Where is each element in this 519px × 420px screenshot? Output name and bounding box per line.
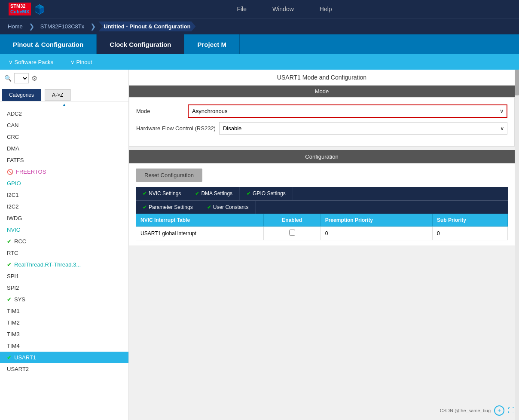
sidebar-item-sys[interactable]: ✔ SYS — [0, 294, 128, 305]
pinout-btn[interactable]: ∨ Pinout — [70, 59, 92, 65]
mode-area: Mode Mode Asynchronous Synchronous Singl… — [129, 86, 515, 147]
check-icon-realthread: ✔ — [7, 261, 12, 268]
tab-clock-configuration[interactable]: Clock Configuration — [97, 34, 184, 54]
nvic-enabled-checkbox[interactable] — [289, 230, 295, 236]
config-tabs-row1: ✔ NVIC Settings ✔ DMA Settings ✔ GPIO Se… — [136, 187, 508, 200]
mode-field-label: Mode — [136, 108, 188, 114]
sidebar-item-tim1[interactable]: TIM1 — [0, 305, 128, 317]
check-icon-sys: ✔ — [7, 296, 12, 303]
tab-pinout-configuration[interactable]: Pinout & Configuration — [0, 34, 97, 54]
config-section: Configuration Reset Configuration ✔ NVIC… — [129, 150, 515, 245]
content-title-text: USART1 Mode and Configuration — [277, 74, 366, 81]
sidebar-item-fatfs[interactable]: FATFS — [0, 154, 128, 166]
nvic-col-header-interrupt: NVIC Interrupt Table — [136, 214, 264, 227]
hw-field-label: Hardware Flow Control (RS232) — [136, 125, 216, 132]
config-tabs-row2: ✔ Parameter Settings ✔ User Constants — [136, 200, 508, 214]
tab-dma-settings[interactable]: ✔ DMA Settings — [188, 187, 240, 200]
breadcrumb-device[interactable]: STM32F103C8Tx — [37, 21, 88, 31]
sidebar-search-select[interactable] — [14, 73, 29, 83]
hw-select[interactable]: Disable CTS Only RTS Only CTS/RTS — [220, 123, 507, 134]
main-tabs: Pinout & Configuration Clock Configurati… — [0, 34, 519, 54]
breadcrumb-arrow-2: ❯ — [90, 22, 96, 31]
breadcrumb-home[interactable]: Home — [4, 21, 26, 31]
stm32-logo: STM32 CubeMX — [9, 3, 31, 15]
sidebar-item-crc[interactable]: CRC — [0, 131, 128, 143]
scroll-up-indicator: ▲ — [0, 101, 128, 108]
content-scroll: USART1 Mode and Configuration Mode Mode … — [129, 70, 515, 420]
software-packs-btn[interactable]: ∨ Software Packs — [9, 59, 53, 65]
tab-project-manager[interactable]: Project M — [184, 34, 240, 54]
tab-az[interactable]: A->Z — [45, 89, 70, 101]
nvic-sub-value: 0 — [432, 227, 507, 240]
sidebar-item-tim2[interactable]: TIM2 — [0, 317, 128, 328]
search-icon: 🔍 — [4, 75, 12, 82]
tab-categories[interactable]: Categories — [2, 89, 41, 101]
check-icon-nvic: ✔ — [143, 190, 147, 196]
sidebar-item-tim4[interactable]: TIM4 — [0, 340, 128, 352]
nvic-table: NVIC Interrupt Table Enabled Preemption … — [136, 214, 508, 240]
check-icon-dma: ✔ — [195, 190, 199, 196]
csdn-label: CSDN @the_same_bug — [440, 408, 491, 413]
tab-nvic-settings[interactable]: ✔ NVIC Settings — [136, 187, 188, 200]
app-logo: STM32 CubeMX — [9, 3, 46, 15]
scroll-thumb[interactable] — [515, 70, 519, 95]
sidebar-item-i2c1[interactable]: I2C1 — [0, 189, 128, 201]
sidebar-item-gpio[interactable]: GPIO — [0, 178, 128, 189]
sidebar-item-usart1[interactable]: ✔ USART1 — [0, 352, 128, 363]
menu-window[interactable]: Window — [272, 6, 294, 12]
bottom-right-area: CSDN @the_same_bug + ⛶ — [440, 405, 515, 416]
config-label: Configuration — [305, 153, 338, 160]
forbidden-icon: 🚫 — [7, 169, 13, 175]
sidebar-item-dma[interactable]: DMA — [0, 143, 128, 154]
nvic-col-header-sub: Sub Priority — [432, 214, 507, 227]
check-icon-user: ✔ — [207, 204, 211, 210]
mode-section-header: Mode — [129, 86, 515, 97]
mode-select[interactable]: Asynchronous Synchronous Single Wire (Ha… — [189, 105, 507, 117]
sidebar-item-spi2[interactable]: SPI2 — [0, 282, 128, 294]
secondary-bar: ∨ Software Packs ∨ Pinout — [0, 54, 519, 70]
breadcrumb: Home ❯ STM32F103C8Tx ❯ Untitled - Pinout… — [0, 18, 519, 34]
nvic-col-header-preemption: Preemption Priority — [321, 214, 432, 227]
sidebar: 🔍 ⚙ Categories A->Z ▲ ADC2 CAN CRC DMA F… — [0, 70, 129, 420]
mode-select-wrapper: Asynchronous Synchronous Single Wire (Ha… — [188, 104, 507, 118]
nvic-preemption-value: 0 — [321, 227, 432, 240]
nvic-enabled-cell — [263, 227, 321, 240]
mode-content: Mode Asynchronous Synchronous Single Wir… — [129, 97, 515, 146]
sidebar-item-freertos[interactable]: 🚫 FREERTOS — [0, 166, 128, 178]
mode-label: Mode — [315, 88, 329, 95]
sidebar-item-adc2[interactable]: ADC2 — [0, 108, 128, 120]
sidebar-item-spi1[interactable]: SPI1 — [0, 270, 128, 282]
sidebar-item-tim3[interactable]: TIM3 — [0, 328, 128, 340]
tab-user-constants[interactable]: ✔ User Constants — [200, 201, 256, 214]
check-icon-rcc: ✔ — [7, 238, 12, 245]
content-scrollbar[interactable] — [515, 70, 519, 420]
tab-gpio-settings[interactable]: ✔ GPIO Settings — [240, 187, 293, 200]
sidebar-tabs: Categories A->Z — [0, 87, 128, 101]
table-row: USART1 global interrupt 0 0 — [136, 227, 508, 240]
content-inner: USART1 Mode and Configuration Mode Mode … — [129, 70, 519, 420]
config-body: Reset Configuration ✔ NVIC Settings ✔ DM… — [129, 163, 515, 245]
sidebar-item-iwdg[interactable]: IWDG — [0, 212, 128, 224]
sidebar-item-i2c2[interactable]: I2C2 — [0, 201, 128, 212]
expand-icon[interactable]: ⛶ — [508, 407, 515, 414]
sidebar-item-usart2[interactable]: USART2 — [0, 363, 128, 375]
tab-parameter-settings[interactable]: ✔ Parameter Settings — [136, 201, 200, 214]
cube-logo-icon — [34, 3, 46, 15]
menu-file[interactable]: File — [237, 6, 247, 12]
sidebar-item-can[interactable]: CAN — [0, 120, 128, 131]
breadcrumb-current[interactable]: Untitled - Pinout & Configuration — [98, 21, 195, 31]
check-icon-usart1: ✔ — [7, 354, 12, 361]
sidebar-item-nvic[interactable]: NVIC — [0, 224, 128, 236]
reset-config-button[interactable]: Reset Configuration — [136, 169, 202, 182]
sidebar-item-rtc[interactable]: RTC — [0, 247, 128, 259]
nvic-col-header-enabled: Enabled — [263, 214, 321, 227]
content-title: USART1 Mode and Configuration — [129, 70, 515, 86]
gear-icon[interactable]: ⚙ — [31, 74, 37, 83]
sidebar-item-rcc[interactable]: ✔ RCC — [0, 236, 128, 247]
check-icon-gpio: ✔ — [247, 190, 251, 196]
sidebar-item-realthread[interactable]: ✔ RealThread.RT-Thread.3... — [0, 259, 128, 270]
main-layout: 🔍 ⚙ Categories A->Z ▲ ADC2 CAN CRC DMA F… — [0, 70, 519, 420]
sidebar-search-bar: 🔍 ⚙ — [0, 70, 128, 87]
menu-help[interactable]: Help — [320, 6, 332, 12]
zoom-icon[interactable]: + — [494, 405, 504, 416]
